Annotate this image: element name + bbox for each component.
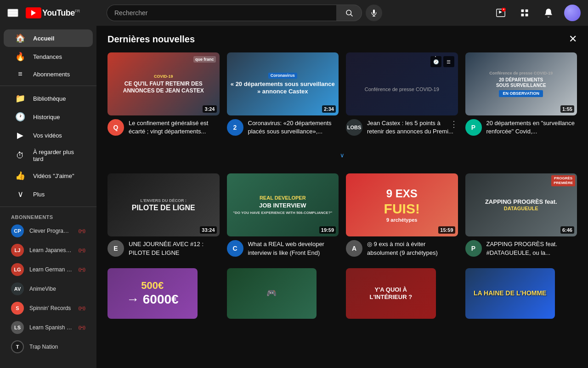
video-card-v3[interactable]: 🕐 ☰ Conférence de presse COVID-19 ⋮ LOBS… (346, 52, 458, 141)
history-icon: 🕐 (15, 112, 26, 122)
notifications-button[interactable] (540, 5, 557, 21)
video-card-b1[interactable]: 500€ → 6000€ (107, 268, 220, 319)
sub-label-learn-japanese: Learn Japanese wi... (29, 247, 73, 253)
video-title-v1: Le confinement généralisé est écarté ; v… (129, 119, 220, 136)
subscription-item-trap-nation[interactable]: T Trap Nation (4, 338, 93, 356)
subscriptions-icon: ≡ (15, 70, 26, 78)
sidebar-item-tendances[interactable]: 🔥 Tendances (4, 48, 93, 65)
user-avatar[interactable] (564, 5, 581, 21)
video-card-b4[interactable]: LA HAINE DE L'HOMME (465, 268, 577, 319)
youtube-logo[interactable]: YouTubeFR (26, 7, 80, 18)
sub-avatar-spinnin-records: S (11, 302, 24, 315)
duration-r2: 19:59 (319, 226, 336, 234)
thumbnail-v2: Coronavirus « 20 départements sous surve… (227, 52, 339, 115)
thumbnail-r2: REAL DEVELOPER JOB INTERVIEW "DO YOU HAV… (227, 173, 339, 236)
live-badge-5: ((•)) (79, 306, 85, 310)
video-meta-v2: Coronavirus: «20 départements placés sou… (248, 119, 339, 137)
live-badge-3: ((•)) (79, 267, 85, 272)
watch-later-icon: ⏱ (15, 151, 26, 161)
video-info-r4: P ZAPPING PROGRÈS feat. #DATAGUEULE, ou … (465, 236, 577, 260)
video-title-v2: Coronavirus: «20 départements placés sou… (248, 119, 339, 136)
sidebar: 🏠 Accueil 🔥 Tendances ≡ Abonnements 📁 Bi… (0, 26, 96, 368)
main-content: Dernières nouvelles ✕ COVID-19 CE QU'IL … (96, 26, 588, 368)
video-card-b3[interactable]: Y'A QUOI ÀL'INTÉRIEUR ? (346, 268, 458, 319)
sidebar-item-vos-videos[interactable]: ▶ Vos vidéos (4, 126, 93, 144)
video-card-v2[interactable]: Coronavirus « 20 départements sous surve… (227, 52, 339, 141)
upload-button[interactable]: + (492, 5, 509, 21)
sub-avatar-learn-german: LG (11, 263, 24, 276)
video-meta-r2: What a REAL web developer interview is l… (248, 240, 339, 257)
video-title-r4: ZAPPING PROGRÈS feat. #DATAGUEULE, ou la… (486, 240, 577, 257)
sidebar-item-bibliotheque[interactable]: 📁 Bibliothèque (4, 90, 93, 107)
apps-button[interactable] (516, 5, 533, 21)
channel-avatar-v3: LOBS (346, 119, 362, 136)
sidebar-item-plus[interactable]: ∨ Plus (4, 185, 93, 203)
more-button-v3b[interactable]: ⋮ (450, 119, 458, 129)
sidebar-item-accueil[interactable]: 🏠 Accueil (4, 29, 93, 47)
video-card-r4[interactable]: PROGRÈSPREMIÈRE ZAPPING PROGRÈS feat. DA… (465, 173, 577, 260)
chevron-down-icon: ∨ (340, 152, 345, 159)
section-header-news: Dernières nouvelles ✕ (107, 33, 577, 45)
search-input[interactable] (107, 5, 336, 21)
fire-icon: 🔥 (15, 52, 26, 62)
video-meta-v3: Jean Castex : les 5 points à retenir des… (367, 119, 458, 136)
video-meta-r4: ZAPPING PROGRÈS feat. #DATAGUEULE, ou la… (486, 240, 577, 257)
video-meta-r3: ◎ 9 exs à moi à éviter absolument (9 arc… (367, 240, 458, 257)
thumb-text-b1: 500€ → 6000€ (107, 268, 198, 319)
duration-v1: 3:24 (203, 105, 216, 113)
video-meta-r1: UNE JOURNÉE AVEC #12 : PILOTE DE LIGNE (129, 240, 220, 257)
sidebar-item-watch-later[interactable]: ⏱ À regarder plus tard (4, 145, 93, 166)
subscription-item-learn-spanish[interactable]: LS Learn Spanish with... ((•)) (4, 318, 93, 337)
show-more-button[interactable]: ∨ (107, 148, 577, 162)
grid-icon (520, 8, 529, 17)
thumbnail-b2: 🎮 (227, 268, 317, 319)
hamburger-menu-button[interactable] (7, 9, 18, 17)
sub-avatar-learn-japanese: LJ (11, 244, 24, 257)
subscription-item-animevibe[interactable]: AV AnimeVibe (4, 280, 93, 298)
upload-icon: + (496, 8, 506, 18)
live-badge-1: ((•)) (79, 229, 85, 233)
search-icon (345, 9, 353, 17)
close-section-button[interactable]: ✕ (569, 33, 577, 45)
sub-label-clever-programmer: Clever Programmer (29, 228, 73, 234)
your-videos-icon: ▶ (15, 130, 26, 140)
subscription-item-learn-japanese[interactable]: LJ Learn Japanese wi... ((•)) (4, 241, 93, 259)
video-title-r3: ◎ 9 exs à moi à éviter absolument (9 arc… (367, 240, 458, 257)
video-card-r2[interactable]: REAL DEVELOPER JOB INTERVIEW "DO YOU HAV… (227, 173, 339, 260)
video-card-r1[interactable]: L'ENVERS DU DÉCOR : PILOTE DE LIGNE 33:2… (107, 173, 220, 260)
video-card-r3[interactable]: 9 EXS FUIS! 9 archétypes 15:59 A ◎ 9 exs… (346, 173, 458, 260)
thumb-text-b2: 🎮 (227, 268, 317, 319)
video-info-v3: LOBS Jean Castex : les 5 points à reteni… (346, 115, 458, 139)
thumbnail-b1: 500€ → 6000€ (107, 268, 198, 319)
video-card-v1[interactable]: COVID-19 CE QU'IL FAUT RETENIR DES ANNON… (107, 52, 220, 141)
video-info-v2: 2 Coronavirus: «20 départements placés s… (227, 115, 339, 141)
sub-avatar-trap-nation: T (11, 340, 24, 353)
abonnements-section-title: ABONNEMENTS (0, 211, 96, 222)
video-info-r3: A ◎ 9 exs à moi à éviter absolument (9 a… (346, 236, 458, 260)
sidebar-item-abonnements[interactable]: ≡ Abonnements (4, 66, 93, 82)
sidebar-divider-2 (0, 207, 96, 207)
subscription-item-clever-programmer[interactable]: CP Clever Programmer ((•)) (4, 222, 93, 240)
channel-avatar-r4: P (465, 240, 482, 257)
subscription-item-learn-german[interactable]: LG Learn German with... ((•)) (4, 260, 93, 279)
search-bar (107, 5, 382, 21)
sidebar-label-tendances: Tendances (33, 53, 62, 60)
search-button[interactable] (336, 5, 362, 21)
live-badge-2: ((•)) (79, 248, 85, 253)
youtube-logo-icon (26, 7, 41, 18)
thumbs-up-icon: 👍 (15, 171, 26, 181)
video-card-v4[interactable]: Conférence de presse COVID-19 20 DÉPARTE… (465, 52, 577, 141)
sidebar-item-liked-videos[interactable]: 👍 Vidéos "J'aime" (4, 167, 93, 184)
thumbnail-r1: L'ENVERS DU DÉCOR : PILOTE DE LIGNE 33:2… (107, 173, 220, 236)
subscription-item-spinnin-records[interactable]: S Spinnin' Records ((•)) (4, 299, 93, 317)
sidebar-item-historique[interactable]: 🕐 Historique (4, 108, 93, 126)
app-body: 🏠 Accueil 🔥 Tendances ≡ Abonnements 📁 Bi… (0, 26, 588, 368)
sidebar-label-accueil: Accueil (33, 35, 54, 42)
microphone-button[interactable] (366, 5, 382, 21)
thumb-text-b3: Y'A QUOI ÀL'INTÉRIEUR ? (346, 268, 436, 319)
sub-label-learn-german: Learn German with... (29, 266, 73, 273)
video-card-b2[interactable]: 🎮 (227, 268, 339, 319)
sub-label-animevibe: AnimeVibe (29, 286, 85, 292)
more-button-v3[interactable]: ⋮ (431, 54, 440, 64)
channel-avatar-r3: A (346, 240, 362, 257)
